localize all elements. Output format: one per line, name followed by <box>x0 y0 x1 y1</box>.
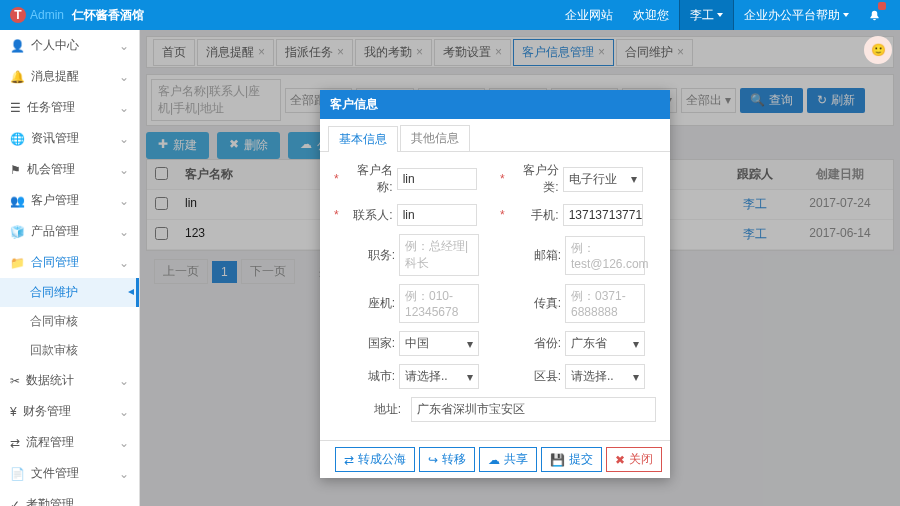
sidebar-item-finance[interactable]: ¥财务管理⌄ <box>0 396 139 427</box>
sidebar-sub-approve[interactable]: 合同审核 <box>0 307 139 336</box>
top-user[interactable]: 李工 <box>679 0 734 30</box>
logo: T Admin <box>10 7 64 23</box>
area-select[interactable]: 请选择..▾ <box>565 364 645 389</box>
top-site[interactable]: 企业网站 <box>555 0 623 30</box>
sidebar-item-chance[interactable]: ⚑机会管理⌄ <box>0 154 139 185</box>
sidebar-item-contract[interactable]: 📁合同管理⌄ <box>0 247 139 278</box>
province-select[interactable]: 广东省▾ <box>565 331 645 356</box>
sidebar-sub-payment[interactable]: 回款审核 <box>0 336 139 365</box>
category-select[interactable]: 电子行业▾ <box>563 167 643 192</box>
city-select[interactable]: 请选择..▾ <box>399 364 479 389</box>
modal-tab-basic[interactable]: 基本信息 <box>328 126 398 152</box>
job-field[interactable]: 例：总经理|科长 <box>399 234 479 276</box>
sidebar-item-attend[interactable]: ✓考勤管理⌄ <box>0 489 139 506</box>
contact-field[interactable]: lin <box>397 204 477 226</box>
to-public-button[interactable]: ⇄转成公海 <box>335 447 415 472</box>
sidebar-item-file[interactable]: 📄文件管理⌄ <box>0 458 139 489</box>
sidebar-item-personal[interactable]: 👤个人中心⌄ <box>0 30 139 61</box>
share-button[interactable]: ☁共享 <box>479 447 537 472</box>
tel-field[interactable]: 例：010-12345678 <box>399 284 479 323</box>
logo-icon: T <box>10 7 26 23</box>
sidebar-item-product[interactable]: 🧊产品管理⌄ <box>0 216 139 247</box>
mobile-field[interactable]: 13713713771 <box>563 204 643 226</box>
email-field[interactable]: 例：test@126.com <box>565 236 645 275</box>
sidebar-item-flow[interactable]: ⇄流程管理⌄ <box>0 427 139 458</box>
client-modal: 客户信息 基本信息 其他信息 *客户名称:lin *客户分类:电子行业▾ *联系… <box>320 90 670 478</box>
close-button[interactable]: ✖关闭 <box>606 447 662 472</box>
sidebar-sub-maintain[interactable]: 合同维护 <box>0 278 139 307</box>
avatar-icon[interactable]: 🙂 <box>864 36 892 64</box>
modal-title: 客户信息 <box>320 90 670 119</box>
name-field[interactable]: lin <box>397 168 477 190</box>
country-select[interactable]: 中国▾ <box>399 331 479 356</box>
sidebar-item-task[interactable]: ☰任务管理⌄ <box>0 92 139 123</box>
logo-text: Admin <box>30 8 64 22</box>
sidebar-item-news[interactable]: 🌐资讯管理⌄ <box>0 123 139 154</box>
top-welcome: 欢迎您 <box>623 0 679 30</box>
company-name: 仁怀酱香酒馆 <box>72 7 144 24</box>
sidebar: 👤个人中心⌄ 🔔消息提醒⌄ ☰任务管理⌄ 🌐资讯管理⌄ ⚑机会管理⌄ 👥客户管理… <box>0 30 140 506</box>
notification-icon[interactable] <box>859 0 890 30</box>
sidebar-item-client[interactable]: 👥客户管理⌄ <box>0 185 139 216</box>
top-help[interactable]: 企业办公平台帮助 <box>734 0 859 30</box>
submit-button[interactable]: 💾提交 <box>541 447 602 472</box>
modal-tab-other[interactable]: 其他信息 <box>400 125 470 151</box>
fax-field[interactable]: 例：0371-6888888 <box>565 284 645 323</box>
address-field[interactable]: 广东省深圳市宝安区 <box>411 397 656 422</box>
sidebar-item-message[interactable]: 🔔消息提醒⌄ <box>0 61 139 92</box>
transfer-button[interactable]: ↪转移 <box>419 447 475 472</box>
sidebar-item-stats[interactable]: ✂数据统计⌄ <box>0 365 139 396</box>
